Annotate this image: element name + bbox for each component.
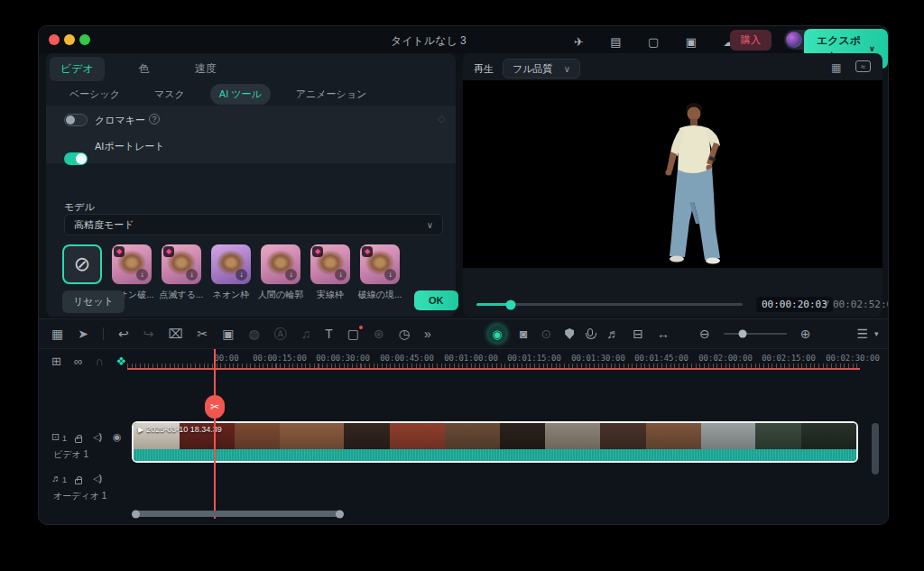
text-tool-icon[interactable]: T [325,327,333,340]
download-icon[interactable]: ↓ [335,269,346,281]
auto-caption-icon[interactable]: Ⓐ [274,327,287,340]
effect-tool-icon[interactable]: ⊛ [374,327,384,340]
clip-frame [801,423,856,449]
speech-to-text-icon[interactable]: ◍ [249,327,260,340]
quality-select[interactable]: フル品質 ∨ [503,59,580,78]
track-manager-icon[interactable]: ☰ [856,327,868,340]
snapshot-camera-icon[interactable]: ◙ [520,327,527,340]
crop-icon[interactable]: ▣ [222,327,234,340]
panel-subtab[interactable]: マスク [145,84,194,105]
multi-view-icon[interactable]: ▦ [831,61,841,74]
overlay-tool-icon[interactable]: ▢ [347,327,359,340]
split-scissors-icon[interactable]: ✂ [198,327,208,340]
zoom-window-button[interactable] [79,34,90,45]
ok-button[interactable]: OK [414,290,458,310]
project-notes-icon[interactable]: ▤ [610,35,621,49]
zoom-out-icon[interactable]: ⊖ [699,327,710,340]
download-icon[interactable]: ↓ [186,269,198,281]
effect-thumbnail[interactable]: ◆ ↓ [261,244,300,284]
current-timecode[interactable]: 00:00:20:03 [756,297,833,312]
delete-icon[interactable]: ⌧ [168,327,182,340]
download-icon[interactable]: ↓ [285,269,297,281]
download-icon[interactable]: ↓ [136,269,148,281]
effect-thumbnail[interactable]: ◆ ↓ [112,244,152,284]
save-icon[interactable]: ▣ [686,35,697,49]
effect-label: 破線の境... [358,289,402,301]
lock-icon[interactable] [75,479,82,484]
avatar[interactable] [786,32,802,48]
screen-record-icon[interactable]: ⊙ [541,327,551,340]
effect-item[interactable]: ◆ ↓ 破線の境... [360,244,400,301]
speaker-icon[interactable]: ◁) [93,474,100,484]
download-icon[interactable]: ↓ [384,269,396,281]
ai-portrait-tool-icon[interactable]: ◉ [488,325,506,343]
ruler-tick-label: 00:00:15:00 [253,354,307,363]
chroma-key-toggle[interactable] [64,114,88,126]
redo-icon[interactable]: ↪ [143,327,154,340]
model-label: モデル [64,200,95,214]
effect-thumbnail[interactable]: ◆ ↓ [310,244,350,284]
close-window-button[interactable] [49,34,60,45]
effect-thumbnail[interactable]: ⊘ ◆ ↓ [62,244,102,284]
panel-tab[interactable]: 色 [128,57,161,81]
more-tools-icon[interactable]: » [424,327,431,340]
video-viewport[interactable] [463,80,882,268]
scope-icon[interactable]: ≈ [855,60,871,72]
send-icon[interactable]: ✈ [574,35,584,49]
keyframe-icon[interactable]: ❖ [116,355,127,368]
link-clips-icon[interactable]: ∞ [74,355,82,368]
reset-button[interactable]: リセット [62,290,125,313]
audio-tool-icon[interactable]: ♫ [301,327,311,340]
ripple-edit-icon[interactable]: ↔ [657,327,670,340]
label-clip-icon[interactable]: ⊟ [633,327,643,340]
zoom-slider-knob[interactable] [738,330,746,338]
ai-portrait-toggle[interactable] [64,152,88,165]
speaker-icon[interactable]: ◁) [93,432,100,442]
effect-item[interactable]: ◆ ↓ ネオン枠 [211,244,251,301]
chevron-down-icon[interactable]: ▾ [874,330,879,338]
layout-icon[interactable]: ▢ [648,35,659,49]
minimize-window-button[interactable] [64,34,75,45]
panel-tab[interactable]: ビデオ [50,57,105,81]
chroma-key-label: クロマキー [95,114,145,127]
eye-icon[interactable]: ◉ [113,432,122,442]
zoom-in-icon[interactable]: ⊕ [800,327,811,340]
download-icon[interactable]: ↓ [236,269,247,281]
panel-subtab[interactable]: アニメーション [287,84,376,105]
effect-thumbnail[interactable]: ◆ ↓ [211,244,251,284]
effect-item[interactable]: ◆ ↓ 実線枠 [310,244,350,301]
effect-item[interactable]: ◆ ↓ 人間の輪郭 [261,244,300,301]
effect-thumbnail[interactable]: ◆ ↓ [360,244,400,284]
undo-icon[interactable]: ↩ [118,327,129,340]
preview-panel: 再生 フル品質 ∨ ▦ ≈ [463,53,882,317]
clip-frame [646,423,701,449]
add-track-icon[interactable]: ⊞ [51,355,61,368]
playhead-line[interactable] [214,349,216,519]
shield-denoise-icon[interactable] [565,328,574,339]
panel-subtab[interactable]: ベーシック [60,84,129,105]
panel-tab[interactable]: 速度 [184,57,227,81]
speed-tool-icon[interactable]: ◷ [399,327,410,340]
select-tool-icon[interactable]: ➤ [78,327,88,340]
playhead-scissors-handle[interactable]: ✂ [205,395,225,419]
horizontal-scrollbar[interactable] [134,511,342,517]
audio-sync-icon[interactable]: ♬ [606,327,619,340]
voiceover-mic-icon[interactable] [587,328,593,336]
model-select[interactable]: 高精度モード ∨ [64,214,443,235]
video-clip[interactable] [132,421,858,463]
magnet-snap-icon[interactable]: ∩ [95,355,103,368]
timeline-zoom-slider[interactable] [724,333,787,335]
purchase-button[interactable]: 購入 [730,30,772,51]
lock-icon[interactable] [75,437,82,443]
vertical-scrollbar[interactable] [872,423,879,474]
toolbar-divider[interactable] [103,327,104,340]
effect-item[interactable]: ◆ ↓ 点滅する... [162,244,201,301]
model-value: 高精度モード [74,218,134,232]
seek-bar[interactable] [476,303,743,306]
keyframe-diamond-icon[interactable]: ◇ [438,113,445,124]
help-icon[interactable]: ? [149,114,160,124]
effect-thumbnail[interactable]: ◆ ↓ [162,244,201,284]
media-library-icon[interactable]: ▦ [51,327,63,340]
seek-knob[interactable] [506,299,516,309]
panel-subtab[interactable]: AI ツール [210,84,271,105]
